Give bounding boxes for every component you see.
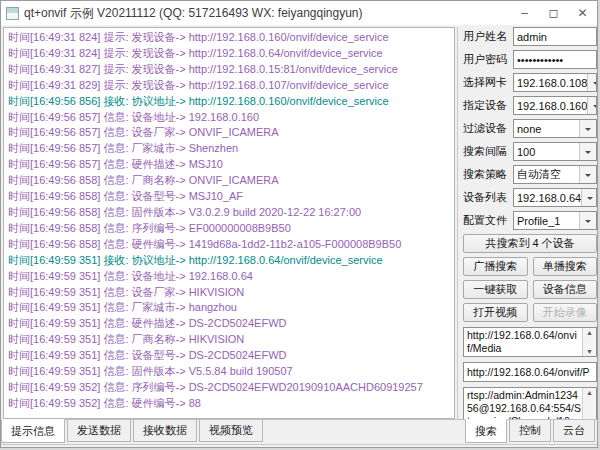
log-line: 时间[16:49:56 858] 信息: 硬件编号-> 1419d68a-1dd… xyxy=(8,237,454,253)
minimize-icon[interactable]: – xyxy=(510,1,539,25)
log-line: 时间[16:49:59 352] 信息: 序列编号-> DS-2CD5024EF… xyxy=(8,380,454,396)
field-value: 自动清空 xyxy=(514,167,579,182)
tab-video-preview[interactable]: 视频预览 xyxy=(199,420,263,442)
log-line: 时间[16:49:56 858] 信息: 厂商名称-> ONVIF_ICAMER… xyxy=(8,173,454,189)
tab-control[interactable]: 控制 xyxy=(509,420,551,442)
chevron-down-icon[interactable] xyxy=(579,212,596,229)
log-line: 时间[16:49:56 858] 信息: 固件版本-> V3.0.2.9 bui… xyxy=(8,205,454,221)
form-row: 选择网卡 192.168.0.108 xyxy=(463,73,597,92)
action-buttons: 广播搜索单播搜索一键获取设备信息打开视频开始录像 xyxy=(463,257,597,322)
tab-send-data[interactable]: 发送数据 xyxy=(67,420,131,442)
log-line: 时间[16:49:59 351] 信息: 设备地址-> 192.168.0.64 xyxy=(8,269,454,285)
scroll-up-icon[interactable]: ▲ xyxy=(586,388,593,397)
app-window: qt+onvif 示例 V20211112 (QQ: 517216493 WX:… xyxy=(0,0,598,448)
log-line: 时间[16:49:59 351] 信息: 设备型号-> DS-2CD5024EF… xyxy=(8,348,454,364)
ptz-url-text: http://192.168.0.64/onvif/PTZ xyxy=(464,363,596,382)
form-row: 用户姓名 admin xyxy=(463,27,597,46)
device-list-select[interactable]: 192.168.0.64 xyxy=(513,188,597,207)
log-line: 时间[16:49:59 351] 信息: 设备厂家-> HIKVISION xyxy=(8,285,454,301)
chevron-down-icon[interactable] xyxy=(587,74,597,91)
password-input[interactable]: •••••••••••• xyxy=(513,50,597,69)
form-row: 设备列表 192.168.0.64 xyxy=(463,188,597,207)
unicast-search-button[interactable]: 单播搜索 xyxy=(533,257,598,276)
media-url-text: http://192.168.0.64/onvif/Media xyxy=(464,328,583,355)
log-line: 时间[16:49:31 829] 提示: 发现设备-> http://192.1… xyxy=(8,78,454,94)
title-bar: qt+onvif 示例 V20211112 (QQ: 517216493 WX:… xyxy=(1,1,597,25)
field-value: none xyxy=(514,123,579,135)
main-area: 时间[16:49:31 824] 提示: 发现设备-> http://192.1… xyxy=(1,25,597,421)
log-line: 时间[16:49:56 858] 信息: 序列编号-> EF000000008B… xyxy=(8,221,454,237)
window-controls: – ◻ ✕ xyxy=(510,1,597,25)
field-value: 192.168.0.64 xyxy=(514,192,581,204)
field-label: 配置文件 xyxy=(463,213,513,228)
media-url-scrollbar[interactable]: ▲ ▼ xyxy=(582,328,596,356)
log-list: 时间[16:49:31 824] 提示: 发现设备-> http://192.1… xyxy=(4,28,454,412)
log-line: 时间[16:49:56 857] 信息: 厂家城市-> Shenzhen xyxy=(8,141,454,157)
log-line: 时间[16:49:59 351] 信息: 厂商名称-> HIKVISION xyxy=(8,332,454,348)
field-label: 用户姓名 xyxy=(463,29,513,44)
search-count-button[interactable]: 共搜索到 4 个设备 xyxy=(463,234,597,253)
chevron-down-icon[interactable] xyxy=(587,97,597,114)
form-row: 配置文件 Profile_1 xyxy=(463,211,597,230)
profile-select[interactable]: Profile_1 xyxy=(513,211,597,230)
maximize-icon[interactable]: ◻ xyxy=(539,1,568,25)
field-label: 用户密码 xyxy=(463,52,513,67)
field-label: 过滤设备 xyxy=(463,121,513,136)
chevron-down-icon[interactable] xyxy=(579,143,596,160)
log-line: 时间[16:49:56 857] 信息: 设备地址-> 192.168.0.16… xyxy=(8,110,454,126)
ptz-url-box[interactable]: http://192.168.0.64/onvif/PTZ xyxy=(463,362,597,382)
chevron-down-icon[interactable] xyxy=(581,189,597,206)
app-icon xyxy=(6,7,19,20)
one-key-get-button[interactable]: 一键获取 xyxy=(463,280,528,299)
field-value: 100 xyxy=(514,146,579,158)
log-line: 时间[16:49:59 351] 信息: 厂家城市-> hangzhou xyxy=(8,300,454,316)
field-label: 搜索策略 xyxy=(463,167,513,182)
log-line: 时间[16:49:59 351] 信息: 固件版本-> V5.5.84 buil… xyxy=(8,364,454,380)
bottom-divider xyxy=(1,444,597,445)
log-line: 时间[16:49:31 824] 提示: 发现设备-> http://192.1… xyxy=(8,46,454,62)
close-icon[interactable]: ✕ xyxy=(568,1,597,25)
log-panel[interactable]: 时间[16:49:31 824] 提示: 发现设备-> http://192.1… xyxy=(3,27,455,419)
log-line: 时间[16:49:59 352] 信息: 硬件编号-> 88 xyxy=(8,396,454,412)
field-value: 192.168.0.160 xyxy=(514,100,587,112)
log-line: 时间[16:49:56 857] 信息: 设备厂家-> ONVIF_ICAMER… xyxy=(8,125,454,141)
log-line: 时间[16:49:31 827] 提示: 发现设备-> http://192.1… xyxy=(8,62,454,78)
log-line: 时间[16:49:56 857] 信息: 硬件描述-> MSJ10 xyxy=(8,157,454,173)
form-row: 指定设备 192.168.0.160 xyxy=(463,96,597,115)
chevron-down-icon[interactable] xyxy=(579,166,596,183)
tab-tip-info[interactable]: 提示信息 xyxy=(1,419,65,443)
log-line: 时间[16:49:56 856] 接收: 协议地址-> http://192.1… xyxy=(8,94,454,110)
open-video-button[interactable]: 打开视频 xyxy=(463,303,528,322)
start-record-button[interactable]: 开始录像 xyxy=(533,303,598,322)
scroll-down-icon[interactable]: ▼ xyxy=(586,347,593,356)
field-label: 选择网卡 xyxy=(463,75,513,90)
tab-ptz[interactable]: 云台 xyxy=(553,420,595,442)
search-interval-select[interactable]: 100 xyxy=(513,142,597,161)
field-value: Profile_1 xyxy=(514,215,579,227)
splitter-handle[interactable] xyxy=(457,27,462,419)
target-device-select[interactable]: 192.168.0.160 xyxy=(513,96,597,115)
log-line: 时间[16:49:59 351] 接收: 协议地址-> http://192.1… xyxy=(8,253,454,269)
field-value: •••••••••••• xyxy=(514,54,596,66)
field-label: 搜索间隔 xyxy=(463,144,513,159)
username-input[interactable]: admin xyxy=(513,27,597,46)
chevron-down-icon[interactable] xyxy=(579,120,596,137)
field-label: 指定设备 xyxy=(463,98,513,113)
tab-receive-data[interactable]: 接收数据 xyxy=(133,420,197,442)
broadcast-search-button[interactable]: 广播搜索 xyxy=(463,257,528,276)
log-line: 时间[16:49:59 351] 信息: 硬件描述-> DS-2CD5024EF… xyxy=(8,316,454,332)
filter-device-select[interactable]: none xyxy=(513,119,597,138)
form-row: 搜索策略 自动清空 xyxy=(463,165,597,184)
window-title: qt+onvif 示例 V20211112 (QQ: 517216493 WX:… xyxy=(24,5,510,22)
tab-search[interactable]: 搜索 xyxy=(465,419,507,443)
sidebar: 用户姓名 admin 用户密码 •••••••••••• 选择网卡 192.16… xyxy=(463,27,597,419)
media-url-box[interactable]: http://192.168.0.64/onvif/Media ▲ ▼ xyxy=(463,327,597,357)
device-info-button[interactable]: 设备信息 xyxy=(533,280,598,299)
form-row: 过滤设备 none xyxy=(463,119,597,138)
field-value: 192.168.0.108 xyxy=(514,77,587,89)
search-policy-select[interactable]: 自动清空 xyxy=(513,165,597,184)
form-row: 用户密码 •••••••••••• xyxy=(463,50,597,69)
log-line: 时间[16:49:31 824] 提示: 发现设备-> http://192.1… xyxy=(8,30,454,46)
network-card-select[interactable]: 192.168.0.108 xyxy=(513,73,597,92)
scroll-up-icon[interactable]: ▲ xyxy=(586,328,593,337)
